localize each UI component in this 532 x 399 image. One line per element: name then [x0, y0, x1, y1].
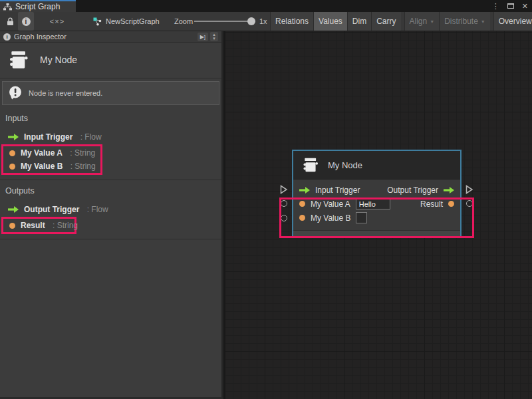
port-row-my-value-b: My Value B : String — [3, 160, 100, 173]
value-port-icon — [9, 150, 15, 156]
dropdown-align: Align ▼ — [404, 12, 440, 31]
scroll-spinner[interactable]: ▲ ▼ — [210, 32, 218, 41]
node-box[interactable]: My Node Input Trigger Output Trigger — [292, 150, 462, 237]
graph-canvas[interactable]: My Node Input Trigger Output Trigger — [225, 31, 532, 399]
toggle-values[interactable]: Values — [313, 12, 347, 31]
toolbar: i <×> NewScriptGraph Zoom 1x Relations V… — [0, 12, 532, 31]
info-icon: i — [22, 17, 31, 26]
flow-arrow-icon — [299, 187, 310, 194]
node-row-value-a: My Value A Result — [293, 197, 460, 211]
code-icon: <×> — [50, 17, 65, 25]
zoom-slider-handle[interactable] — [247, 17, 255, 25]
node-icon — [302, 156, 319, 174]
zoom-slider-track[interactable] — [194, 21, 255, 22]
port-row-my-value-a: My Value A : String — [3, 146, 100, 160]
value-port-icon — [9, 223, 15, 229]
value-b-input[interactable] — [356, 212, 367, 223]
zoom-label: Zoom — [174, 12, 193, 31]
value-b-label: My Value B — [311, 213, 350, 223]
toggle-relations[interactable]: Relations — [270, 12, 313, 31]
value-port-icon — [299, 201, 305, 207]
outputs-heading: Outputs — [0, 180, 221, 198]
inspected-node-title: My Node — [40, 55, 77, 65]
node-header[interactable]: My Node — [293, 151, 460, 180]
value-b-port[interactable] — [281, 215, 287, 221]
divider — [0, 239, 221, 239]
info-icon: i — [3, 33, 11, 41]
value-a-label: My Value A — [311, 200, 350, 209]
node-icon — [8, 49, 29, 70]
value-port-icon — [299, 215, 305, 221]
toggle-dim[interactable]: Dim — [347, 12, 371, 31]
maximize-icon[interactable] — [507, 3, 514, 9]
node-row-value-b: My Value B — [293, 211, 460, 225]
graph-asset-breadcrumb[interactable]: NewScriptGraph — [93, 12, 160, 31]
graph-asset-name: NewScriptGraph — [106, 17, 160, 25]
my-node[interactable]: My Node Input Trigger Output Trigger — [292, 150, 462, 237]
annotation-highlight-result: Result : String — [1, 217, 76, 234]
flow-arrow-icon — [444, 187, 454, 194]
input-flow-port[interactable] — [280, 185, 288, 194]
port-row-output-trigger: Output Trigger : Flow — [0, 203, 221, 216]
script-graph-asset-icon — [93, 17, 102, 26]
node-row-triggers: Input Trigger Output Trigger — [293, 183, 460, 197]
chevron-down-icon: ▼ — [481, 19, 485, 24]
value-a-port[interactable] — [281, 200, 287, 207]
input-trigger-label: Input Trigger — [315, 186, 360, 195]
zoom-value: 1x — [259, 12, 267, 31]
toggle-carry[interactable]: Carry — [371, 12, 400, 31]
inspector-title: Graph Inspector — [14, 33, 66, 41]
lock-icon — [7, 17, 14, 26]
window-controls: ⋮ ✕ — [492, 0, 528, 12]
inspector-header: i Graph Inspector ▶] ▲ ▼ — [0, 31, 221, 43]
warning-text: Node is never entered. — [29, 89, 102, 97]
flow-arrow-icon — [8, 206, 19, 213]
dock-panel-icon[interactable]: ▶] — [198, 33, 208, 41]
spinner-down-icon[interactable]: ▼ — [212, 37, 216, 41]
value-port-icon — [9, 164, 15, 170]
code-view-button[interactable]: <×> — [47, 12, 68, 31]
lock-button[interactable] — [4, 12, 16, 31]
value-a-input[interactable] — [356, 198, 390, 209]
graph-inspector-panel: i Graph Inspector ▶] ▲ ▼ My Node — [0, 31, 223, 399]
kebab-menu-icon[interactable]: ⋮ — [492, 3, 499, 10]
dropdown-distribute: Distribute ▼ — [439, 12, 490, 31]
tab-script-graph[interactable]: Script Graph — [0, 0, 76, 12]
chevron-down-icon: ▼ — [430, 19, 434, 24]
close-icon[interactable]: ✕ — [522, 3, 528, 10]
node-footer — [293, 230, 460, 236]
inputs-heading: Inputs — [0, 108, 221, 125]
info-toggle-button[interactable]: i — [18, 12, 34, 31]
tab-label: Script Graph — [15, 2, 60, 11]
tab-bar: Script Graph ⋮ ✕ — [0, 0, 532, 12]
result-label: Result — [420, 200, 443, 209]
node-body: Input Trigger Output Trigger My Value A … — [293, 180, 460, 230]
node-title: My Node — [328, 160, 362, 170]
flow-arrow-icon — [8, 134, 19, 140]
script-graph-window: Script Graph ⋮ ✕ i <×> — [0, 0, 532, 399]
graph-hierarchy-icon — [3, 3, 12, 11]
value-port-icon — [448, 201, 454, 207]
warning-banner: Node is never entered. — [2, 81, 219, 105]
port-row-result: Result : String — [3, 219, 74, 232]
button-overview[interactable]: Overview — [493, 12, 532, 31]
annotation-highlight-input-values: My Value A : String My Value B : String — [1, 144, 102, 175]
inspected-node-header: My Node — [0, 43, 221, 78]
toolbar-toggles: Relations Values Dim Carry Align ▼ Distr… — [270, 12, 532, 31]
output-flow-port[interactable] — [466, 185, 473, 194]
output-trigger-label: Output Trigger — [387, 186, 438, 195]
warning-bubble-icon — [8, 86, 23, 100]
result-port[interactable] — [466, 200, 473, 207]
port-row-input-trigger: Input Trigger : Flow — [0, 130, 221, 144]
